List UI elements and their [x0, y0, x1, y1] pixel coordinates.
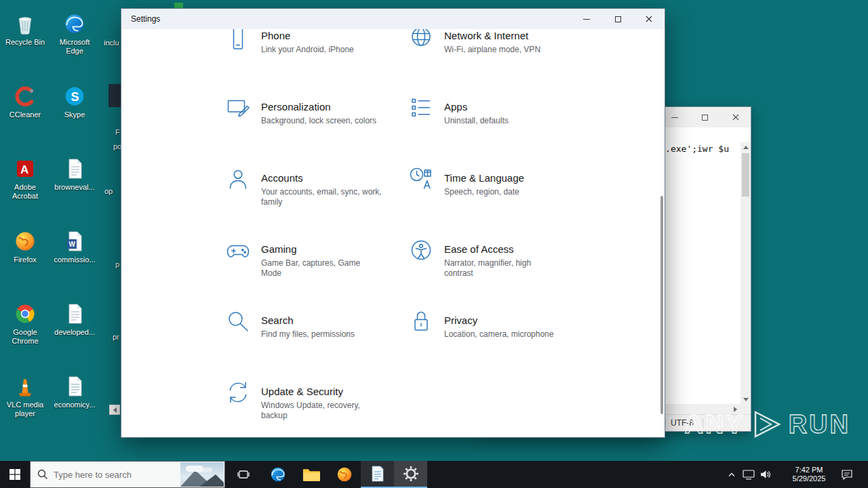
file-explorer-taskbar-button[interactable] [294, 461, 328, 488]
search-icon [224, 308, 252, 335]
notepad-maximize-button[interactable] [690, 107, 720, 127]
gaming-icon [224, 237, 252, 264]
tile-subtitle: Wi-Fi, airplane mode, VPN [444, 45, 565, 55]
notepad-vertical-scrollbar[interactable] [741, 142, 751, 404]
desktop-icon-developed[interactable]: developed... [50, 302, 99, 337]
firefox-taskbar-button[interactable] [328, 461, 361, 488]
notepad-close-button[interactable] [720, 107, 751, 127]
settings-titlebar[interactable]: Settings [121, 9, 665, 29]
desktop-icon-label: Adobe Acrobat [1, 183, 50, 201]
close-icon [732, 114, 739, 121]
settings-tile-privacy[interactable]: Privacy Location, camera, microphone [408, 314, 565, 340]
document-icon [63, 375, 86, 398]
vertical-scroll-thumb[interactable] [742, 153, 749, 197]
desktop-icon-label: browneval... [50, 183, 99, 192]
settings-tile-ease-of-access[interactable]: Ease of Access Narrator, magnifier, high… [408, 243, 546, 279]
document-icon [63, 157, 86, 180]
ease-of-access-icon [408, 237, 435, 264]
volume-tray-icon[interactable] [758, 461, 773, 488]
scroll-down-arrow[interactable] [741, 394, 751, 404]
tile-title: Network & Internet [444, 29, 565, 42]
desktop-label-fragment: F [115, 128, 120, 136]
desktop-label-fragment: pr [113, 333, 119, 341]
settings-tile-update-security[interactable]: Update & Security Windows Update, recove… [224, 385, 370, 421]
taskbar-clock[interactable]: 7:42 PM 5/29/2025 [788, 461, 830, 488]
settings-tile-search[interactable]: Search Find my files, permissions [224, 314, 382, 340]
desktop-icon-label: commissio... [50, 256, 99, 264]
desktop-icon-economicy[interactable]: economicy... [50, 375, 99, 409]
tile-subtitle: Background, lock screen, colors [261, 116, 382, 126]
settings-tile-personalization[interactable]: Personalization Background, lock screen,… [224, 100, 382, 126]
tile-title: Apps [444, 100, 565, 113]
desktop-label-fragment: op [104, 187, 113, 195]
notepad-icon [371, 466, 384, 482]
desktop-icon-google-chrome[interactable]: Google Chrome [1, 302, 50, 346]
desktop-icon-recycle-bin[interactable]: Recycle Bin [1, 12, 50, 47]
settings-tile-network-internet[interactable]: Network & Internet Wi-Fi, airplane mode,… [408, 29, 565, 55]
desktop-icon-vlc[interactable]: VLC media player [1, 375, 50, 418]
desktop-icon-browneval[interactable]: browneval... [50, 157, 99, 192]
desktop-icon-adobe-acrobat[interactable]: A Adobe Acrobat [1, 157, 50, 201]
settings-tile-apps[interactable]: Apps Uninstall, defaults [408, 100, 565, 126]
tile-title: Search [261, 314, 382, 327]
tray-expand-chevron[interactable] [726, 461, 738, 488]
gear-icon [403, 466, 419, 482]
scroll-left-arrow[interactable] [109, 405, 120, 415]
scroll-up-arrow[interactable] [741, 142, 751, 152]
notepad-taskbar-button[interactable] [361, 461, 394, 488]
window-title: Settings [121, 14, 160, 24]
edge-taskbar-button[interactable] [261, 461, 294, 488]
desktop-icon-commissio[interactable]: W commissio... [50, 230, 99, 264]
desktop-icon-label: Google Chrome [1, 328, 50, 346]
settings-taskbar-button[interactable] [394, 461, 427, 488]
start-button[interactable] [0, 461, 30, 488]
settings-minimize-button[interactable] [571, 9, 602, 29]
globe-icon [408, 29, 435, 50]
anyrun-logo-icon [751, 409, 783, 440]
settings-scrollbar-thumb[interactable] [660, 196, 663, 414]
network-tray-icon[interactable] [741, 461, 756, 488]
settings-tile-phone[interactable]: Phone Link your Android, iPhone [224, 29, 382, 55]
settings-tile-gaming[interactable]: Gaming Game Bar, captures, Game Mode [224, 243, 366, 279]
desktop-label-fragment: p [115, 260, 119, 268]
tile-title: Accounts [261, 171, 382, 184]
tile-title: Privacy [444, 314, 565, 327]
desktop-icon-ccleaner[interactable]: CCleaner [1, 85, 50, 119]
anyrun-watermark: ANY RUN [684, 409, 850, 440]
taskbar: 7:42 PM 5/29/2025 [0, 461, 868, 488]
skype-icon: S [63, 85, 86, 108]
weather-widget[interactable] [180, 462, 224, 487]
update-security-icon [224, 379, 252, 406]
chevron-up-icon [728, 472, 735, 477]
desktop-icon-label: Skype [50, 110, 99, 119]
watermark-text-right: RUN [789, 410, 850, 439]
tile-subtitle: Location, camera, microphone [444, 329, 565, 340]
tile-subtitle: Speech, region, date [444, 187, 565, 197]
network-icon [743, 470, 755, 480]
desktop-icon-firefox[interactable]: Firefox [1, 230, 50, 264]
tile-subtitle: Your accounts, email, sync, work, family [261, 187, 382, 207]
hidden-desktop-icon-sliver [108, 84, 121, 107]
search-icon [37, 469, 48, 480]
settings-tile-accounts[interactable]: Accounts Your accounts, email, sync, wor… [224, 171, 382, 207]
search-input[interactable] [54, 470, 167, 480]
settings-maximize-button[interactable] [602, 9, 633, 29]
lock-icon [408, 308, 435, 335]
tile-subtitle: Windows Update, recovery, backup [261, 401, 370, 421]
desktop-icon-microsoft-edge[interactable]: Microsoft Edge [50, 12, 99, 56]
ccleaner-icon [14, 85, 37, 108]
tile-title: Update & Security [261, 385, 370, 398]
taskbar-search-box[interactable] [30, 461, 225, 488]
task-view-button[interactable] [228, 461, 259, 488]
tile-title: Time & Language [444, 171, 565, 184]
google-chrome-icon [14, 302, 37, 325]
settings-tile-time-language[interactable]: Time & Language Speech, region, date [408, 171, 565, 197]
desktop-icon-label: Recycle Bin [1, 38, 50, 47]
firefox-icon [14, 230, 37, 253]
tile-subtitle: Link your Android, iPhone [261, 45, 382, 55]
watermark-text-left: ANY [684, 410, 745, 439]
desktop-icon-skype[interactable]: S Skype [50, 85, 99, 119]
desktop-icon-label: economicy... [50, 401, 99, 409]
settings-close-button[interactable] [633, 9, 665, 29]
action-center-button[interactable] [834, 461, 860, 488]
